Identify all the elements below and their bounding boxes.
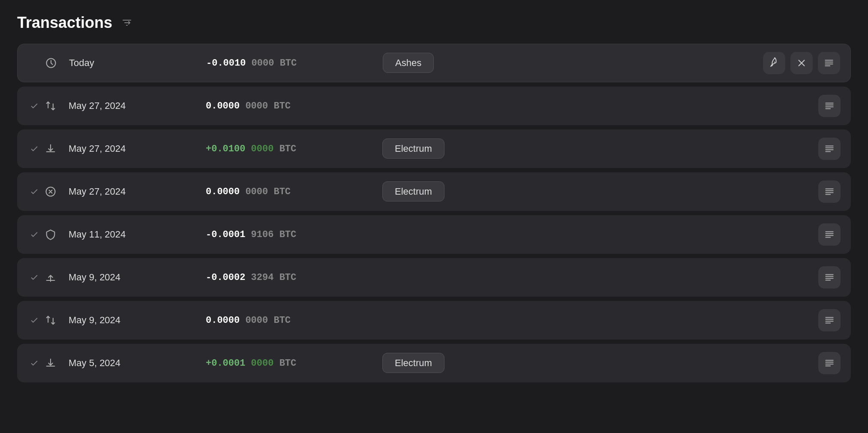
download-icon (41, 139, 60, 158)
transaction-actions (763, 52, 840, 74)
clock-icon (42, 54, 60, 72)
transaction-amount: 0.0000 0000 BTC (206, 101, 369, 111)
transaction-date: May 27, 2024 (69, 100, 189, 111)
shield-icon (41, 225, 60, 244)
check-icon (27, 230, 41, 239)
transaction-amount: 0.0000 0000 BTC (206, 186, 369, 197)
transaction-date: May 9, 2024 (69, 315, 189, 326)
transaction-row: May 9, 20240.0000 0000 BTC (17, 301, 851, 340)
transaction-amount: -0.0001 9106 BTC (206, 229, 369, 240)
transaction-amount: 0.0000 0000 BTC (206, 315, 369, 326)
transaction-actions (818, 180, 841, 203)
details-button[interactable] (818, 52, 840, 74)
transaction-row: May 11, 2024-0.0001 9106 BTC (17, 215, 851, 254)
transaction-date: Today (69, 57, 189, 69)
details-button[interactable] (818, 309, 841, 331)
rocket-button[interactable] (763, 52, 785, 74)
download-icon (41, 354, 60, 373)
transaction-actions (818, 223, 841, 246)
transaction-amount: +0.0100 0000 BTC (206, 144, 369, 154)
transaction-label: Electrum (382, 358, 445, 369)
details-button[interactable] (818, 180, 841, 203)
label-badge: Electrum (382, 181, 445, 201)
cancel-icon (41, 182, 60, 201)
check-icon (27, 187, 41, 196)
check-icon (27, 316, 41, 325)
label-badge: Ashes (383, 53, 434, 73)
label-badge: Electrum (382, 138, 445, 159)
details-button[interactable] (818, 138, 841, 160)
transaction-row: Today-0.0010 0000 BTCAshes (17, 44, 851, 82)
details-button[interactable] (818, 352, 841, 374)
transaction-amount: -0.0010 0000 BTC (206, 58, 369, 69)
upload-icon (41, 268, 60, 287)
transaction-date: May 11, 2024 (69, 229, 189, 240)
transaction-row: May 27, 2024+0.0100 0000 BTCElectrum (17, 129, 851, 168)
transaction-date: May 27, 2024 (69, 143, 189, 154)
check-icon (27, 273, 41, 282)
close-button[interactable] (790, 52, 813, 74)
transaction-actions (818, 95, 841, 117)
transactions-list: Today-0.0010 0000 BTCAshesMay 27, 20240.… (17, 44, 851, 382)
transaction-amount: +0.0001 0000 BTC (206, 358, 369, 369)
transaction-label: Electrum (382, 143, 445, 154)
transaction-actions (818, 352, 841, 374)
transaction-date: May 27, 2024 (69, 186, 189, 197)
check-icon (27, 101, 41, 111)
transaction-row: May 27, 20240.0000 0000 BTC (17, 87, 851, 125)
swap-icon (41, 311, 60, 330)
transaction-date: May 5, 2024 (69, 358, 189, 369)
transaction-actions (818, 309, 841, 331)
sort-button[interactable] (119, 15, 135, 30)
page-header: Transactions (17, 14, 851, 32)
details-button[interactable] (818, 266, 841, 289)
page-title: Transactions (17, 14, 112, 32)
details-button[interactable] (818, 95, 841, 117)
check-icon (27, 144, 41, 153)
transaction-row: May 5, 2024+0.0001 0000 BTCElectrum (17, 344, 851, 382)
transaction-actions (818, 138, 841, 160)
transaction-amount: -0.0002 3294 BTC (206, 272, 369, 283)
transaction-row: May 27, 20240.0000 0000 BTCElectrum (17, 172, 851, 211)
label-badge: Electrum (382, 353, 445, 373)
transaction-date: May 9, 2024 (69, 272, 189, 283)
details-button[interactable] (818, 223, 841, 246)
check-icon (27, 358, 41, 368)
transaction-actions (818, 266, 841, 289)
swap-icon (41, 96, 60, 115)
transaction-row: May 9, 2024-0.0002 3294 BTC (17, 258, 851, 297)
transaction-label: Ashes (383, 57, 434, 69)
transaction-label: Electrum (382, 186, 445, 197)
